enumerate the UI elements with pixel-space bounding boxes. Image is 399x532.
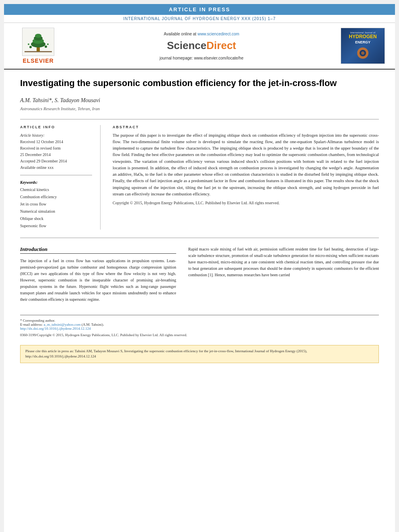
doi-line: http://dx.doi.org/10.1016/j.ijhydene.201… [20,327,379,331]
keyword-4: Numerical simulation [20,208,92,215]
keyword-1: Chemical kinetics [20,186,92,193]
available-online-text: Available online at www.sciencedirect.co… [164,32,239,36]
citation-box: Please cite this article in press as: Ta… [20,345,379,363]
article-info-column: ARTICLE INFO Article history: Received 1… [20,125,101,230]
keywords-list: Chemical kinetics Combustion efficiency … [20,186,92,230]
affiliation-text: Astronautics Research Institute, Tehran,… [20,106,379,111]
info-divider [20,175,92,175]
abstract-heading: ABSTRACT [113,125,379,129]
hydrogen-label: HYDROGEN [349,34,376,40]
intro-right-text: Rapid macro scale mixing of fuel with ai… [188,246,379,278]
elsevier-tree-svg [23,29,54,55]
keyword-2: Combustion efficiency [20,193,92,201]
journal-title-text: INTERNATIONAL JOURNAL OF HYDROGEN ENERGY… [123,16,276,21]
keywords-heading: Keywords: [20,180,92,185]
body-divider [20,238,379,238]
article-in-press-label: ARTICLE IN PRESS [169,6,230,12]
email-link[interactable]: a_m_tahsini@yahoo.com [43,322,80,327]
email-label: E-mail address: [20,322,43,327]
keyword-6: Supersonic flow [20,222,92,230]
intro-left-text: The injection of a fuel in cross flow ha… [20,258,176,303]
journal-homepage-line: journal homepage: www.elsevier.com/locat… [160,56,243,60]
footnote-area: * Corresponding author. E-mail address: … [20,315,379,337]
introduction-heading: Introduction [20,246,176,254]
hydrogen-logo-image [345,46,381,60]
history-label: Article history: [20,132,92,139]
corresponding-label: * Corresponding author. [20,318,55,322]
sciencedirect-url-link[interactable]: www.sciencedirect.com [197,32,239,36]
svg-point-10 [47,43,49,45]
journal-homepage-link[interactable]: www.elsevier.com/locate/he [194,56,243,60]
authors-text: A.M. Tahsini*, S. Tadayon Mousavi [20,97,100,103]
abstract-copyright: Copyright © 2015, Hydrogen Energy Public… [113,201,379,205]
elsevier-brand-text: ELSEVIER [23,58,53,64]
svg-point-6 [35,34,41,38]
svg-point-7 [29,46,32,48]
authors-line: A.M. Tahsini*, S. Tadayon Mousavi [20,97,379,104]
email-suffix: (A.M. Tahsini). [82,322,104,327]
citation-text: Please cite this article in press as: Ta… [25,349,307,359]
hydrogen-energy-journal-logo: International Journal of HYDROGEN ENERGY [341,28,385,64]
svg-point-13 [361,51,364,55]
article-content: Investigating the supersonic combustion … [4,70,395,371]
keywords-section: Keywords: Chemical kinetics Combustion e… [20,180,92,230]
sciencedirect-logo: ScienceDirect [167,39,236,52]
keyword-3: Jet in cross flow [20,201,92,208]
info-abstract-section: ARTICLE INFO Article history: Received 1… [20,125,379,230]
page: ARTICLE IN PRESS INTERNATIONAL JOURNAL O… [4,4,395,532]
article-history: Article history: Received 12 October 201… [20,132,92,171]
email-note: E-mail address: a_m_tahsini@yahoo.com (A… [20,322,379,327]
header-section: ELSEVIER Available online at www.science… [4,23,395,70]
article-title: Investigating the supersonic combustion … [20,78,379,89]
energy-label: ENERGY [349,40,376,45]
available-online: Available online xxx [20,164,92,171]
accepted-date: Accepted 29 December 2014 [20,158,92,164]
header-divider [20,119,379,119]
doi-link[interactable]: http://dx.doi.org/10.1016/j.ijhydene.201… [20,327,91,331]
hydrogen-logo-text: International Journal of HYDROGEN ENERGY [349,31,376,45]
center-header: Available online at www.sciencedirect.co… [68,28,335,64]
abstract-column: ABSTRACT The purpose of this paper is to… [113,125,379,230]
intro-right-column: Rapid macro scale mixing of fuel with ai… [188,246,379,303]
introduction-section: Introduction The injection of a fuel in … [20,246,379,303]
science-text: Science [167,39,206,51]
journal-title-bar: INTERNATIONAL JOURNAL OF HYDROGEN ENERGY… [4,15,395,23]
received-date: Received 12 October 2014 [20,139,92,145]
issn-copyright: 0360-3199/Copyright © 2015, Hydrogen Ene… [20,333,379,337]
right-logo-block: International Journal of HYDROGEN ENERGY [339,28,387,64]
elsevier-logo-block: ELSEVIER [12,28,64,64]
direct-text: Direct [206,39,236,51]
svg-point-8 [45,45,47,48]
abstract-text: The purpose of this paper is to investig… [113,132,379,198]
article-info-heading: ARTICLE INFO [20,125,92,129]
svg-point-9 [28,43,29,45]
elsevier-tree-logo [22,28,54,56]
keyword-5: Oblique shock [20,215,92,222]
corresponding-author-note: * Corresponding author. [20,318,379,322]
revised-label: Received in revised form [20,145,92,152]
revised-date: 25 December 2014 [20,152,92,158]
intro-left-column: Introduction The injection of a fuel in … [20,246,176,303]
article-in-press-bar: ARTICLE IN PRESS [4,4,395,15]
